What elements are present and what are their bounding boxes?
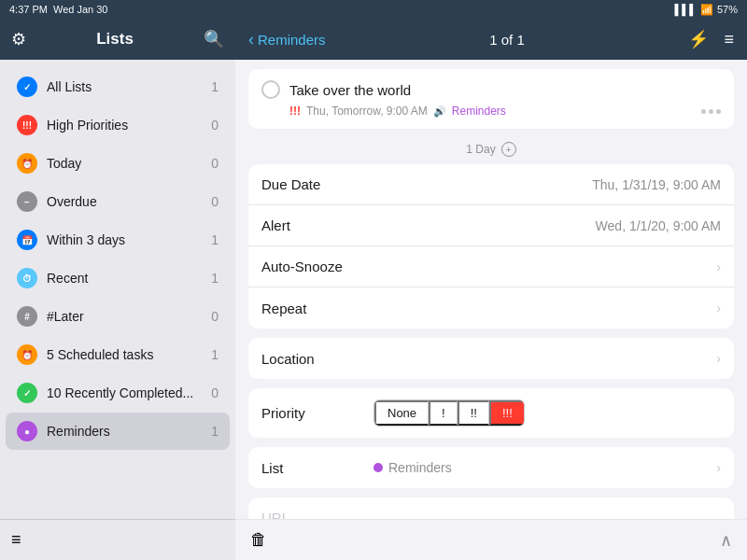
list-icon[interactable]: ≡ [11, 530, 21, 550]
alert-value: Wed, 1/1/20, 9:00 AM [374, 218, 721, 233]
main-layout: ⚙ Lists 🔍 ✓ All Lists 1 !!! High Priorit… [0, 19, 747, 560]
task-item: Take over the world !!! Thu, Tomorrow, 9… [248, 69, 734, 129]
sidebar-item-recently-completed[interactable]: ✓ 10 Recently Completed... 0 [6, 374, 230, 412]
repeat-label: Repeat [261, 301, 374, 316]
task-priority-icon: !!! [289, 105, 301, 118]
priority-section: Priority None ! !! !!! [248, 388, 734, 438]
task-dot-3 [716, 109, 721, 114]
menu-icon[interactable]: ≡ [724, 30, 734, 49]
url-field[interactable]: URL [248, 497, 734, 519]
battery-indicator: 57% [717, 4, 738, 15]
sidebar-header: ⚙ Lists 🔍 [0, 19, 235, 60]
sidebar-icon-within-3-days: 📅 [17, 230, 37, 250]
detail-header-left[interactable]: ‹ Reminders [248, 30, 326, 49]
sidebar-item-recent[interactable]: ⏱ Recent 1 [6, 259, 230, 297]
sidebar-label-recently-completed: 10 Recently Completed... [47, 385, 211, 400]
sidebar-count-scheduled-tasks: 1 [211, 347, 218, 362]
location-label: Location [261, 351, 374, 367]
list-section: List Reminders › [248, 447, 734, 488]
sidebar-label-high-priorities: High Priorities [47, 118, 211, 133]
sidebar-item-reminders[interactable]: ● Reminders 1 [6, 413, 230, 450]
sidebar-icon-high-priorities: !!! [17, 115, 37, 135]
list-field[interactable]: List Reminders › [248, 447, 734, 488]
task-list-tag: Reminders [452, 105, 506, 118]
sidebar-label-all-lists: All Lists [47, 79, 211, 94]
sidebar-count-today: 0 [211, 156, 218, 171]
detail-page-indicator: 1 of 1 [489, 32, 525, 48]
due-date-label: Due Date [261, 176, 374, 192]
sidebar-icon-reminders: ● [17, 421, 37, 441]
sidebar-item-all-lists[interactable]: ✓ All Lists 1 [6, 68, 230, 105]
location-section: Location › [248, 338, 734, 379]
task-completion-circle[interactable] [261, 80, 280, 99]
day-add-button[interactable]: + [501, 142, 516, 157]
sidebar-label-reminders: Reminders [47, 424, 211, 439]
priority-medium-button[interactable]: !! [458, 400, 489, 426]
priority-segment: None ! !! !!! [374, 399, 525, 427]
list-chevron-icon: › [716, 460, 721, 475]
sidebar-item-later[interactable]: # #Later 0 [6, 298, 230, 335]
sidebar-item-scheduled-tasks[interactable]: ⏰ 5 Scheduled tasks 1 [6, 336, 230, 373]
repeat-chevron-icon: › [716, 301, 721, 315]
signal-icon: ▌▌▌ [675, 4, 697, 15]
detail-header-right: ⚡ ≡ [688, 29, 734, 49]
sidebar-item-within-3-days[interactable]: 📅 Within 3 days 1 [6, 221, 230, 259]
flash-icon[interactable]: ⚡ [688, 29, 709, 49]
auto-snooze-label: Auto-Snooze [261, 259, 374, 274]
list-value: Reminders [388, 460, 711, 475]
location-chevron-icon: › [716, 351, 721, 366]
sidebar-count-high-priorities: 0 [211, 118, 218, 133]
sidebar-count-within-3-days: 1 [211, 232, 218, 247]
day-section: 1 Day + [235, 134, 747, 164]
wifi-icon: 📶 [700, 4, 713, 16]
status-day: Wed Jan 30 [53, 4, 108, 15]
sidebar-icon-scheduled-tasks: ⏰ [17, 344, 37, 365]
sidebar: ⚙ Lists 🔍 ✓ All Lists 1 !!! High Priorit… [0, 19, 235, 560]
alert-field: Alert Wed, 1/1/20, 9:00 AM [248, 205, 734, 246]
sidebar-label-within-3-days: Within 3 days [47, 232, 211, 247]
status-bar-right: ▌▌▌ 📶 57% [675, 4, 738, 16]
sidebar-icon-overdue: − [17, 191, 37, 212]
sidebar-count-later: 0 [211, 309, 218, 324]
sidebar-item-overdue[interactable]: − Overdue 0 [6, 183, 230, 220]
trash-icon[interactable]: 🗑 [250, 530, 267, 550]
chevron-up-icon[interactable]: ∧ [720, 530, 732, 551]
task-date: Thu, Tomorrow, 9:00 AM [306, 105, 428, 118]
sidebar-icon-later: # [17, 306, 37, 327]
task-title-row: Take over the world [261, 80, 721, 99]
settings-icon[interactable]: ⚙ [11, 29, 26, 49]
auto-snooze-field[interactable]: Auto-Snooze › [248, 246, 734, 287]
url-placeholder[interactable]: URL [261, 510, 289, 519]
task-dot-2 [709, 109, 713, 114]
status-bar: 4:37 PM Wed Jan 30 ▌▌▌ 📶 57% [0, 0, 747, 19]
priority-low-button[interactable]: ! [429, 400, 458, 426]
priority-label: Priority [261, 405, 374, 421]
speaker-icon: 🔊 [433, 105, 446, 118]
due-date-field: Due Date Thu, 1/31/19, 9:00 AM [248, 164, 734, 205]
search-icon[interactable]: 🔍 [204, 29, 224, 49]
sidebar-item-today[interactable]: ⏰ Today 0 [6, 145, 230, 182]
status-time: 4:37 PM [9, 4, 48, 15]
sidebar-label-recent: Recent [47, 271, 211, 286]
sidebar-count-reminders: 1 [211, 424, 218, 439]
priority-none-button[interactable]: None [374, 400, 429, 426]
main-fields-section: Due Date Thu, 1/31/19, 9:00 AM Alert Wed… [248, 164, 734, 329]
detail-content: Take over the world !!! Thu, Tomorrow, 9… [235, 60, 747, 519]
sidebar-item-high-priorities[interactable]: !!! High Priorities 0 [6, 106, 230, 144]
sidebar-label-today: Today [47, 156, 211, 171]
sidebar-label-scheduled-tasks: 5 Scheduled tasks [47, 347, 211, 362]
detail-footer: 🗑 ∧ [235, 519, 747, 560]
task-dot-1 [701, 109, 706, 114]
location-field[interactable]: Location › [248, 338, 734, 379]
sidebar-list: ✓ All Lists 1 !!! High Priorities 0 ⏰ To… [0, 60, 235, 519]
back-chevron-icon[interactable]: ‹ [248, 30, 254, 49]
sidebar-footer: ≡ [0, 519, 235, 560]
sidebar-count-overdue: 0 [211, 194, 218, 209]
due-date-value: Thu, 1/31/19, 9:00 AM [374, 177, 721, 192]
priority-high-button[interactable]: !!! [489, 400, 524, 426]
day-label: 1 Day [466, 143, 495, 156]
auto-snooze-chevron-icon: › [716, 259, 721, 274]
repeat-field[interactable]: Repeat › [248, 287, 734, 329]
sidebar-icon-recent: ⏱ [17, 268, 37, 288]
back-label[interactable]: Reminders [258, 32, 326, 48]
